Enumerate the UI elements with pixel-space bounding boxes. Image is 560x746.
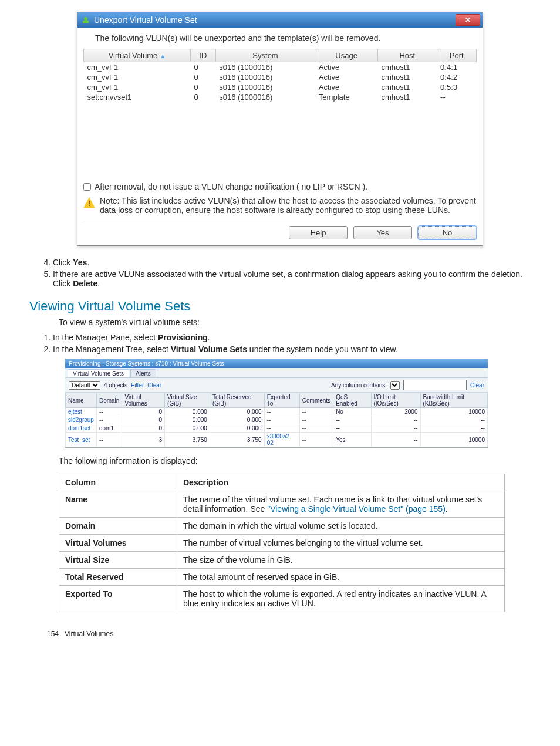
warning-text: Note: This list includes active VLUN(s) … — [100, 196, 477, 215]
col-usage[interactable]: Usage — [315, 49, 378, 62]
procedure-steps: In the Manager Pane, select Provisioning… — [35, 333, 531, 354]
sort-indicator-icon: ▲ — [160, 53, 166, 59]
svg-point-0 — [84, 17, 87, 21]
procedure-steps-continued: Click Yes.If there are active VLUNs asso… — [35, 258, 531, 288]
table-row[interactable]: cm_vvF10s016 (1000016)Activecmhost10:5:3 — [84, 82, 477, 92]
no-lip-checkbox[interactable] — [83, 183, 91, 191]
contains-label: Any column contains: — [331, 382, 387, 389]
filter-input[interactable] — [403, 380, 467, 390]
breadcrumb: Provisioning : Storage Systems : s710 : … — [65, 359, 488, 368]
table-row[interactable]: cm_vvF10s016 (1000016)Activecmhost10:4:1 — [84, 62, 477, 73]
col-virtual-volume[interactable]: Virtual Volume▲ — [84, 49, 191, 62]
table-row[interactable]: ejtest--00.0000.000----No200010000 — [66, 408, 488, 416]
col-id[interactable]: ID — [190, 49, 215, 62]
table-row[interactable]: Test_set--33.7503.750x3800a2-02--Yes--10… — [66, 433, 488, 447]
close-icon: ✕ — [465, 16, 471, 24]
tab-virtual-volume-sets[interactable]: Virtual Volume Sets — [68, 369, 129, 377]
unexport-dialog: Unexport Virtual Volume Set ✕ The follow… — [77, 12, 483, 246]
desc-head-column: Column — [59, 474, 177, 491]
dialog-titlebar: Unexport Virtual Volume Set ✕ — [77, 12, 483, 28]
tab-alerts[interactable]: Alerts — [130, 369, 156, 377]
close-button[interactable]: ✕ — [456, 14, 480, 26]
vvset-table: NameDomainVirtual VolumesVirtual Size (G… — [65, 393, 488, 447]
mini-col-header[interactable]: Domain — [96, 393, 122, 408]
clear-filter-link[interactable]: Clear — [470, 382, 484, 389]
checkbox-label: After removal, do not issue a VLUN chang… — [95, 182, 367, 191]
dialog-intro-text: The following VLUN(s) will be unexported… — [95, 33, 477, 43]
col-port[interactable]: Port — [437, 49, 476, 62]
desc-row: Total ReservedThe total amount of reserv… — [59, 569, 505, 586]
desc-row: DomainThe domain in which the virtual vo… — [59, 518, 505, 535]
no-button[interactable]: No — [418, 226, 477, 239]
step: Click Yes. — [53, 258, 531, 267]
mini-col-header[interactable]: Comments — [299, 393, 333, 408]
dialog-title: Unexport Virtual Volume Set — [94, 15, 197, 25]
table-row[interactable]: set:cmvvset10s016 (1000016)Templatecmhos… — [84, 92, 477, 102]
displayed-intro: The following information is displayed: — [59, 456, 531, 465]
mini-col-header[interactable]: Total Reserved (GiB) — [210, 393, 264, 408]
yes-button[interactable]: Yes — [353, 226, 412, 239]
section-heading: Viewing Virtual Volume Sets — [29, 299, 531, 314]
warning-icon — [83, 197, 95, 208]
mini-col-header[interactable]: Exported To — [264, 393, 299, 408]
desc-head-description: Description — [177, 474, 505, 491]
vlun-table: Virtual Volume▲ ID System Usage Host Por… — [83, 49, 477, 102]
table-row[interactable]: sid2group--00.0000.000---------- — [66, 416, 488, 424]
clear-link[interactable]: Clear — [147, 382, 161, 389]
col-system[interactable]: System — [215, 49, 315, 62]
desc-row: Virtual SizeThe size of the volume in Gi… — [59, 552, 505, 569]
filter-link[interactable]: Filter — [131, 382, 144, 389]
view-select[interactable]: Default — [69, 381, 100, 390]
vvset-list-window: Provisioning : Storage Systems : s710 : … — [65, 359, 488, 448]
mini-col-header[interactable]: Name — [66, 393, 97, 408]
table-row[interactable]: dom1setdom100.0000.000---------- — [66, 424, 488, 433]
mini-col-header[interactable]: Virtual Size (GiB) — [165, 393, 210, 408]
object-count: 4 objects — [104, 382, 127, 389]
step: In the Manager Pane, select Provisioning… — [53, 333, 531, 342]
contains-select[interactable] — [390, 381, 400, 390]
help-button[interactable]: Help — [289, 226, 348, 239]
svg-rect-1 — [83, 21, 89, 23]
notification-checkbox-row: After removal, do not issue a VLUN chang… — [83, 182, 477, 191]
desc-row: Exported ToThe host to which the volume … — [59, 586, 505, 612]
desc-row: NameThe name of the virtual volume set. … — [59, 491, 505, 518]
step: In the Management Tree, select Virtual V… — [53, 345, 531, 354]
mini-col-header[interactable]: I/O Limit (IOs/Sec) — [371, 393, 420, 408]
intro-paragraph: To view a system's virtual volume sets: — [59, 318, 531, 327]
mini-col-header[interactable]: Bandwidth Limit (KBs/Sec) — [420, 393, 488, 408]
desc-row: Virtual VolumesThe number of virtual vol… — [59, 535, 505, 552]
mini-col-header[interactable]: QoS Enabled — [333, 393, 371, 408]
mini-col-header[interactable]: Virtual Volumes — [122, 393, 165, 408]
column-description-table: Column Description NameThe name of the v… — [59, 474, 505, 612]
app-icon — [81, 15, 90, 25]
step: If there are active VLUNs associated wit… — [53, 269, 531, 288]
page-footer: 154 Virtual Volumes — [47, 630, 531, 638]
col-host[interactable]: Host — [377, 49, 437, 62]
table-row[interactable]: cm_vvF10s016 (1000016)Activecmhost10:4:2 — [84, 72, 477, 82]
